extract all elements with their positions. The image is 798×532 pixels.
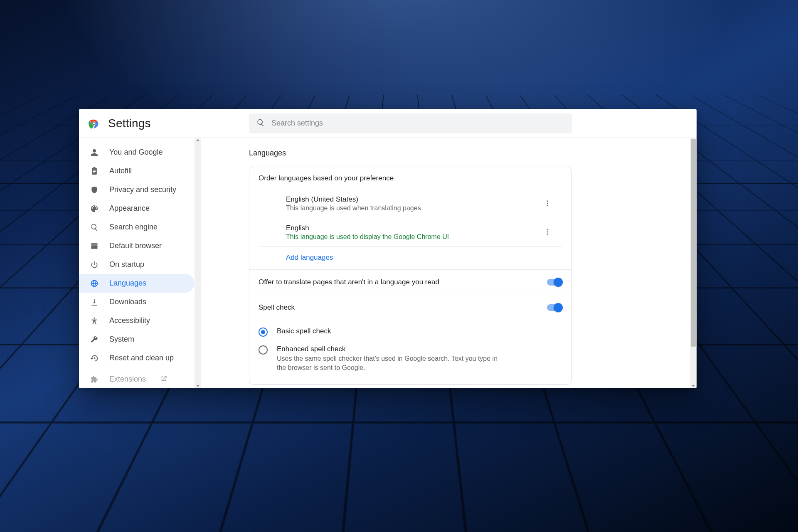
globe-icon [90, 279, 99, 288]
sidebar-item-system[interactable]: System [79, 330, 195, 349]
sidebar-item-autofill[interactable]: Autofill [79, 162, 195, 180]
svg-point-2 [93, 122, 95, 124]
sidebar-item-on-startup[interactable]: On startup [79, 255, 195, 274]
shield-icon [90, 186, 99, 194]
svg-point-7 [547, 232, 548, 233]
spellcheck-label: Spell check [259, 303, 295, 312]
sidebar-item-extensions[interactable]: Extensions [79, 370, 195, 388]
sidebar-item-label: Extensions [109, 375, 146, 384]
spellcheck-option-basic[interactable]: Basic spell check [259, 323, 562, 341]
sidebar-item-label: Accessibility [109, 316, 150, 325]
sidebar-scrollbar[interactable] [195, 138, 201, 388]
open-external-icon [160, 375, 167, 384]
download-icon [90, 298, 99, 306]
radio-icon[interactable] [259, 328, 268, 337]
svg-point-6 [547, 229, 548, 230]
chrome-logo-icon [88, 118, 100, 129]
sidebar: Settings You and Google Autofill [79, 109, 201, 388]
option-description: Uses the same spell checker that's used … [277, 354, 505, 372]
main-scroll: Languages Order languages based on your … [201, 138, 697, 388]
palette-icon [90, 204, 99, 213]
sidebar-item-label: Reset and clean up [109, 354, 174, 362]
search-icon [256, 118, 265, 128]
radio-icon[interactable] [259, 345, 268, 355]
sidebar-nav: You and Google Autofill Privacy and secu… [79, 138, 201, 388]
kebab-icon [544, 201, 551, 208]
desktop-wallpaper: Settings You and Google Autofill [0, 0, 798, 532]
sidebar-item-label: Autofill [109, 167, 132, 175]
translate-offer-label: Offer to translate pages that aren't in … [259, 278, 439, 286]
spellcheck-row: Spell check [249, 295, 571, 320]
clipboard-icon [90, 167, 99, 175]
sidebar-item-languages[interactable]: Languages [79, 274, 195, 293]
language-list: English (United States) This language is… [249, 190, 571, 269]
sidebar-item-default-browser[interactable]: Default browser [79, 236, 195, 255]
person-icon [90, 148, 99, 157]
svg-point-4 [547, 203, 548, 204]
search-input[interactable] [271, 119, 564, 128]
translate-offer-row: Offer to translate pages that aren't in … [249, 269, 571, 295]
spellcheck-toggle[interactable] [547, 304, 562, 311]
sidebar-item-label: You and Google [109, 148, 163, 157]
scroll-down-icon[interactable] [196, 385, 200, 387]
sidebar-scroll: You and Google Autofill Privacy and secu… [79, 138, 201, 388]
spellcheck-option-enhanced[interactable]: Enhanced spell check Uses the same spell… [259, 341, 562, 376]
restore-icon [90, 354, 99, 362]
sidebar-item-reset-cleanup[interactable]: Reset and clean up [79, 349, 195, 367]
translate-offer-toggle[interactable] [547, 279, 562, 286]
header: Settings [79, 109, 201, 138]
more-options-button[interactable] [541, 197, 554, 211]
sidebar-item-label: Privacy and security [109, 185, 176, 194]
browser-icon [90, 242, 99, 250]
sidebar-item-label: Languages [109, 279, 146, 288]
language-row: English This language is used to display… [259, 218, 562, 246]
power-icon [90, 261, 99, 269]
sidebar-item-privacy-security[interactable]: Privacy and security [79, 180, 195, 199]
scroll-down-icon[interactable] [692, 385, 695, 387]
language-name: English (United States) [286, 195, 421, 204]
kebab-icon [544, 230, 551, 237]
sidebar-item-downloads[interactable]: Downloads [79, 293, 195, 311]
svg-point-3 [547, 200, 548, 202]
extension-icon [90, 375, 99, 384]
sidebar-item-accessibility[interactable]: Accessibility [79, 311, 195, 330]
chrome-settings-window: Settings You and Google Autofill [79, 109, 697, 388]
sidebar-item-label: Downloads [109, 298, 146, 306]
sidebar-item-label: Appearance [109, 204, 150, 213]
sidebar-item-label: Search engine [109, 223, 158, 232]
sidebar-item-search-engine[interactable]: Search engine [79, 218, 195, 236]
language-name: English [286, 224, 449, 232]
search-box[interactable] [249, 113, 572, 133]
spellcheck-options: Basic spell check Enhanced spell check U… [249, 320, 571, 384]
scroll-up-icon[interactable] [196, 139, 200, 141]
language-note: This language is used to display the Goo… [286, 233, 449, 241]
svg-point-8 [547, 234, 548, 235]
wrench-icon [90, 335, 99, 344]
option-label: Basic spell check [277, 327, 331, 335]
sidebar-item-appearance[interactable]: Appearance [79, 199, 195, 218]
scrollbar-thumb[interactable] [691, 139, 696, 347]
main: Languages Order languages based on your … [201, 109, 697, 388]
add-languages-link[interactable]: Add languages [286, 254, 333, 261]
order-languages-heading: Order languages based on your preference [249, 167, 571, 190]
sidebar-item-label: System [109, 335, 134, 344]
main-header [201, 109, 697, 138]
page-title: Settings [108, 117, 151, 130]
accessibility-icon [90, 317, 99, 325]
option-label: Enhanced spell check [277, 345, 505, 353]
section-title: Languages [249, 149, 697, 158]
languages-card: Order languages based on your preference… [249, 167, 571, 385]
language-note: This language is used when translating p… [286, 204, 421, 212]
search-icon [90, 223, 99, 232]
sidebar-item-label: On startup [109, 260, 144, 269]
sidebar-item-label: Default browser [109, 241, 162, 250]
svg-point-5 [547, 205, 548, 206]
language-row: English (United States) This language is… [259, 190, 562, 218]
more-options-button[interactable] [541, 226, 554, 240]
main-scrollbar[interactable] [690, 138, 697, 388]
sidebar-item-you-and-google[interactable]: You and Google [79, 143, 195, 162]
